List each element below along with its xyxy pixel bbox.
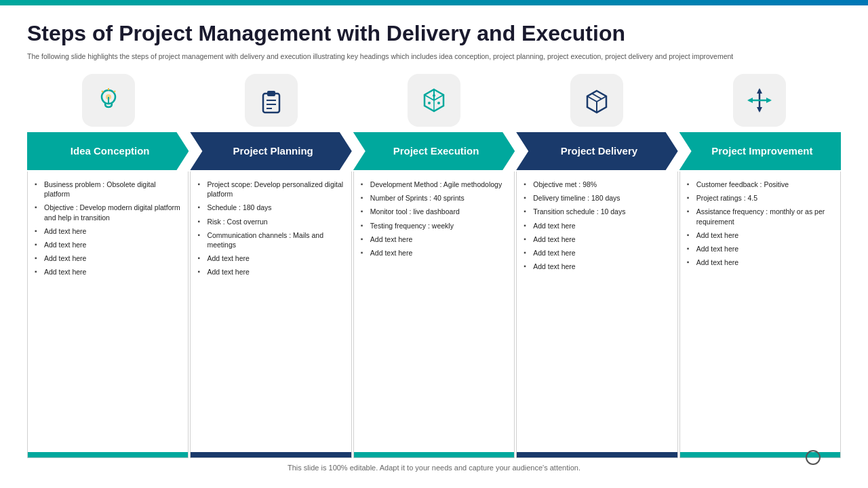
card-bottom-bar-delivery [517, 452, 677, 458]
header-project-planning: Project Planning [190, 132, 351, 170]
list-item: Add text here [524, 221, 670, 230]
execution-list: Development Method : Agile methodology N… [361, 180, 507, 258]
header-idea-conception: Idea Conception [27, 132, 189, 170]
svg-line-4 [102, 91, 103, 92]
list-item: Development Method : Agile methodology [361, 180, 507, 189]
list-item: Objective : Develop modern digital platf… [35, 203, 181, 222]
list-item: Assistance frequency : monthly or as per… [687, 207, 833, 226]
icon-box-improvement [733, 74, 786, 127]
list-item: Add text here [35, 226, 181, 236]
svg-rect-8 [267, 91, 275, 96]
page-subtitle: The following slide highlights the steps… [27, 52, 841, 62]
svg-marker-27 [757, 107, 762, 113]
icons-row [27, 74, 841, 132]
list-item: Delivery timeline : 180 days [524, 193, 670, 203]
svg-marker-30 [766, 98, 772, 103]
list-item: Monitor tool : live dashboard [361, 207, 507, 216]
header-project-improvement: Project Improvement [679, 132, 841, 170]
svg-point-17 [433, 94, 435, 97]
cards-row: Business problem : Obsolete digital plat… [27, 171, 841, 458]
headers-row: Idea Conception Project Planning Project… [27, 132, 841, 170]
svg-line-24 [592, 94, 601, 99]
planning-list: Project scope: Develop personalized digi… [197, 180, 344, 277]
list-item: Business problem : Obsolete digital plat… [35, 180, 181, 199]
list-item: Project ratings : 4.5 [687, 193, 833, 203]
icon-col-planning [190, 74, 353, 132]
icon-box-planning [245, 74, 298, 127]
list-item: Testing frequency : weekly [361, 221, 507, 230]
list-item: Add text here [524, 248, 670, 258]
icon-col-execution [353, 74, 515, 132]
header-delivery-label: Project Delivery [542, 145, 652, 157]
slide-container: Steps of Project Management with Deliver… [0, 0, 868, 488]
list-item: Add text here [361, 248, 507, 258]
list-item: Add text here [35, 267, 181, 277]
footer-circle [806, 450, 821, 465]
list-item: Add text here [524, 262, 670, 271]
list-item: Risk : Cost overrun [197, 217, 344, 226]
icon-col-delivery [515, 74, 678, 132]
dice-icon [419, 85, 449, 115]
card-bottom-bar-planning [191, 452, 351, 458]
lightbulb-icon [94, 85, 123, 115]
svg-point-19 [437, 102, 440, 104]
svg-line-15 [434, 95, 443, 100]
list-item: Add text here [35, 253, 181, 263]
footer-text: This slide is 100% editable. Adapt it to… [27, 458, 841, 474]
list-item: Add text here [197, 267, 344, 277]
list-item: Number of Sprints : 40 sprints [361, 193, 507, 203]
header-planning-label: Project Planning [214, 145, 328, 157]
card-project-execution: Development Method : Agile methodology N… [353, 171, 515, 458]
icon-box-delivery [570, 74, 623, 127]
header-project-execution: Project Execution [353, 132, 515, 170]
svg-line-14 [425, 95, 434, 100]
svg-marker-29 [747, 98, 753, 103]
list-item: Add text here [687, 244, 833, 253]
list-item: Project scope: Develop personalized digi… [197, 180, 344, 199]
icon-col-idea [27, 74, 190, 132]
header-idea-label: Idea Conception [52, 145, 165, 157]
arrows-icon [745, 85, 774, 115]
card-project-improvement: Customer feedback : Positive Project rat… [679, 171, 841, 458]
icon-box-idea [82, 74, 135, 127]
list-item: Schedule : 180 days [197, 203, 344, 212]
card-idea-conception: Business problem : Obsolete digital plat… [27, 171, 189, 458]
icon-box-execution [408, 74, 460, 127]
list-item: Add text here [687, 230, 833, 240]
header-execution-label: Project Execution [374, 145, 494, 157]
card-bottom-bar-execution [354, 452, 514, 458]
list-item: Add text here [361, 235, 507, 244]
svg-line-21 [587, 96, 597, 102]
improvement-list: Customer feedback : Positive Project rat… [687, 180, 833, 267]
idea-list: Business problem : Obsolete digital plat… [35, 180, 181, 277]
list-item: Add text here [35, 240, 181, 249]
content-area: Idea Conception Project Planning Project… [27, 74, 841, 458]
list-item: Communication channels : Mails and meeti… [197, 230, 344, 249]
card-bottom-bar-idea [28, 452, 188, 458]
box-icon [582, 85, 612, 115]
svg-point-18 [428, 102, 431, 104]
clipboard-icon [256, 85, 286, 115]
svg-line-3 [114, 91, 115, 92]
list-item: Add text here [524, 235, 670, 244]
list-item: Transition schedule : 10 days [524, 207, 670, 216]
card-project-planning: Project scope: Develop personalized digi… [190, 171, 351, 458]
top-bar [0, 0, 868, 5]
list-item: Add text here [197, 253, 344, 263]
card-project-delivery: Objective met : 98% Delivery timeline : … [516, 171, 677, 458]
list-item: Add text here [687, 258, 833, 267]
delivery-list: Objective met : 98% Delivery timeline : … [524, 180, 670, 271]
header-project-delivery: Project Delivery [516, 132, 677, 170]
svg-rect-7 [263, 94, 279, 113]
list-item: Objective met : 98% [524, 180, 670, 189]
page-title: Steps of Project Management with Deliver… [27, 20, 841, 46]
header-improvement-label: Project Improvement [692, 145, 827, 157]
icon-col-improvement [678, 74, 841, 132]
list-item: Customer feedback : Positive [687, 180, 833, 189]
svg-marker-26 [757, 88, 762, 94]
